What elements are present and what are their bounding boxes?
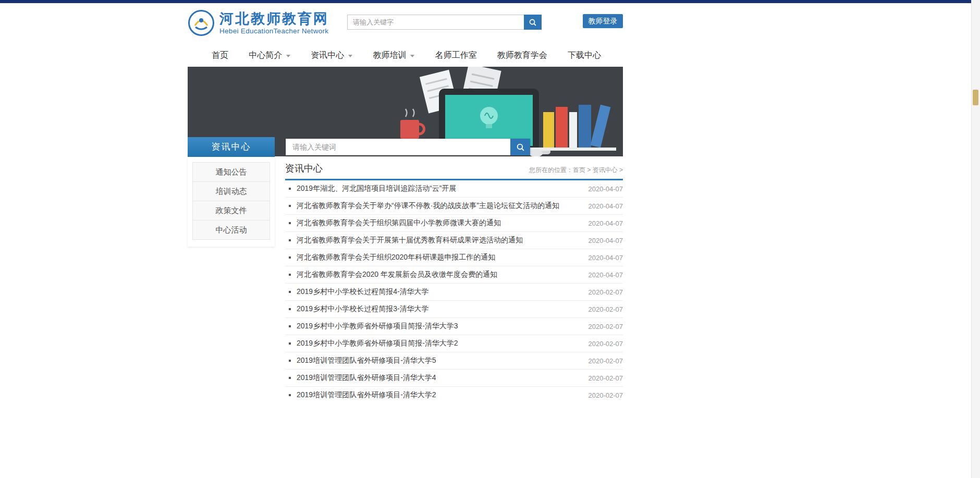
sidebar: 资讯中心 通知公告 培训动态 政策文件 中心活动 [188, 137, 275, 247]
bullet-icon [289, 239, 291, 241]
nav-item-education-society[interactable]: 教师教育学会 [497, 50, 547, 61]
scrollbar-thumb[interactable] [973, 90, 978, 105]
news-date: 2020-02-07 [589, 357, 623, 365]
nav-item-center-intro[interactable]: 中心简介 [249, 50, 290, 61]
news-list: 2019年湖北、河北国培项目培训追踪活动“云”开展 2020-04-07 河北省… [285, 180, 623, 399]
news-date: 2020-04-07 [589, 271, 623, 279]
header-search [347, 15, 542, 30]
logo-subtitle: Hebei EducationTeacher Network [219, 27, 329, 35]
breadcrumb: 您所在的位置：首页 > 资讯中心 > [529, 166, 623, 175]
nav-label: 资讯中心 [311, 50, 344, 61]
news-title[interactable]: 2019乡村中小学教师省外研修项目简报-清华大学3 [297, 322, 578, 331]
news-item[interactable]: 2019乡村中小学校长过程简报4-清华大学 2020-02-07 [285, 284, 623, 301]
news-item[interactable]: 2019培训管理团队省外研修项目-清华大学5 2020-02-07 [285, 352, 623, 370]
bullet-icon [289, 274, 291, 276]
nav-label: 下载中心 [568, 50, 601, 61]
news-item[interactable]: 河北省教师教育学会关于举办“停课不停教·我的战疫故事”主题论坛征文活动的通知 2… [285, 198, 623, 215]
sidebar-title: 资讯中心 [188, 137, 275, 157]
news-item[interactable]: 2019乡村中小学校长过程简报3-清华大学 2020-02-07 [285, 301, 623, 318]
page-title: 资讯中心 [285, 162, 323, 175]
news-title[interactable]: 2019培训管理团队省外研修项目-清华大学2 [297, 390, 578, 399]
news-date: 2020-02-07 [589, 305, 623, 313]
chevron-down-icon [410, 55, 414, 57]
nav-label: 首页 [212, 50, 228, 61]
news-item[interactable]: 2019培训管理团队省外研修项目-清华大学4 2020-02-07 [285, 370, 623, 387]
nav-item-news-center[interactable]: 资讯中心 [311, 50, 352, 61]
news-title[interactable]: 河北省教师教育学会关于开展第十届优秀教育科研成果评选活动的通知 [297, 236, 578, 245]
news-title[interactable]: 2019乡村中小学教师省外研修项目简报-清华大学2 [297, 339, 578, 348]
news-item[interactable]: 河北省教师教育学会关于开展第十届优秀教育科研成果评选活动的通知 2020-04-… [285, 232, 623, 249]
news-date: 2020-02-07 [589, 323, 623, 330]
news-date: 2020-04-07 [589, 254, 623, 262]
news-item[interactable]: 2019年湖北、河北国培项目培训追踪活动“云”开展 2020-04-07 [285, 180, 623, 198]
breadcrumb-prefix: 您所在的位置： [529, 166, 573, 174]
chevron-down-icon [348, 55, 352, 57]
news-title[interactable]: 河北省教师教育学会关于举办“停课不停教·我的战疫故事”主题论坛征文活动的通知 [297, 201, 578, 211]
scrollbar-track[interactable] [971, 0, 980, 478]
header-search-input[interactable] [347, 15, 524, 30]
nav-label: 名师工作室 [435, 50, 477, 61]
breadcrumb-separator: > [619, 166, 623, 174]
news-date: 2020-02-07 [589, 288, 623, 296]
news-date: 2020-02-07 [589, 391, 623, 399]
news-item[interactable]: 河北省教师教育学会关于组织2020年科研课题申报工作的通知 2020-04-07 [285, 249, 623, 266]
news-date: 2020-04-07 [589, 237, 623, 244]
news-item[interactable]: 河北省教师教育学会2020 年发展新会员及收缴年度会费的通知 2020-04-0… [285, 266, 623, 284]
nav-label: 教师培训 [373, 50, 406, 61]
bullet-icon [289, 291, 291, 293]
bullet-icon [289, 308, 291, 310]
bullet-icon [289, 205, 291, 207]
news-title[interactable]: 2019年湖北、河北国培项目培训追踪活动“云”开展 [297, 184, 578, 193]
bullet-icon [289, 256, 291, 259]
sidebar-item-training-news[interactable]: 培训动态 [192, 181, 270, 201]
sidebar-menu: 通知公告 培训动态 政策文件 中心活动 [188, 157, 275, 247]
nav-label: 教师教育学会 [497, 50, 547, 61]
main-header: 资讯中心 您所在的位置：首页 > 资讯中心 > [285, 162, 623, 180]
logo-title: 河北教师教育网 [219, 11, 329, 27]
nav-item-teacher-training[interactable]: 教师培训 [373, 50, 414, 61]
logo-icon [188, 9, 215, 36]
banner-search-button[interactable] [510, 139, 530, 155]
main-nav: 首页 中心简介 资讯中心 教师培训 名师工作室 教师教育学会 下载中心 [188, 44, 623, 67]
news-item[interactable]: 2019培训管理团队省外研修项目-清华大学2 2020-02-07 [285, 387, 623, 399]
bullet-icon [289, 360, 291, 362]
nav-item-master-studio[interactable]: 名师工作室 [435, 50, 477, 61]
news-item[interactable]: 河北省教师教育学会关于组织第四届中小学教师微课大赛的通知 2020-04-07 [285, 215, 623, 232]
news-title[interactable]: 2019乡村中小学校长过程简报4-清华大学 [297, 287, 578, 297]
breadcrumb-separator: > [587, 166, 591, 174]
teacher-login-button[interactable]: 教师登录 [583, 14, 623, 28]
chevron-down-icon [286, 55, 290, 57]
news-item[interactable]: 2019乡村中小学教师省外研修项目简报-清华大学3 2020-02-07 [285, 318, 623, 335]
nav-item-download-center[interactable]: 下载中心 [568, 50, 601, 61]
news-title[interactable]: 河北省教师教育学会2020 年发展新会员及收缴年度会费的通知 [297, 270, 578, 279]
news-title[interactable]: 2019乡村中小学校长过程简报3-清华大学 [297, 304, 578, 314]
bullet-icon [289, 325, 291, 327]
breadcrumb-current-link[interactable]: 资讯中心 [593, 166, 618, 174]
logo-text: 河北教师教育网 Hebei EducationTeacher Network [219, 11, 329, 35]
banner-search-input[interactable] [286, 139, 510, 155]
sidebar-item-notices[interactable]: 通知公告 [192, 162, 270, 182]
bullet-icon [289, 222, 291, 224]
header-search-button[interactable] [524, 15, 542, 30]
search-icon [529, 18, 537, 27]
bullet-icon [289, 394, 291, 396]
nav-item-home[interactable]: 首页 [212, 50, 228, 61]
news-title[interactable]: 2019培训管理团队省外研修项目-清华大学4 [297, 373, 578, 383]
news-date: 2020-04-07 [589, 219, 623, 227]
sidebar-item-center-activities[interactable]: 中心活动 [192, 220, 270, 240]
search-icon [516, 143, 525, 152]
news-date: 2020-02-07 [589, 374, 623, 382]
banner-search [286, 139, 530, 155]
news-date: 2020-04-07 [589, 185, 623, 193]
breadcrumb-home-link[interactable]: 首页 [573, 166, 585, 174]
bullet-icon [289, 342, 291, 345]
sidebar-item-policy-documents[interactable]: 政策文件 [192, 201, 270, 220]
news-title[interactable]: 河北省教师教育学会关于组织第四届中小学教师微课大赛的通知 [297, 218, 578, 228]
bullet-icon [289, 188, 291, 190]
news-title[interactable]: 2019培训管理团队省外研修项目-清华大学5 [297, 356, 578, 365]
news-item[interactable]: 2019乡村中小学教师省外研修项目简报-清华大学2 2020-02-07 [285, 335, 623, 352]
bullet-icon [289, 377, 291, 379]
news-title[interactable]: 河北省教师教育学会关于组织2020年科研课题申报工作的通知 [297, 253, 578, 262]
nav-label: 中心简介 [249, 50, 282, 61]
site-logo[interactable]: 河北教师教育网 Hebei EducationTeacher Network [188, 9, 329, 36]
